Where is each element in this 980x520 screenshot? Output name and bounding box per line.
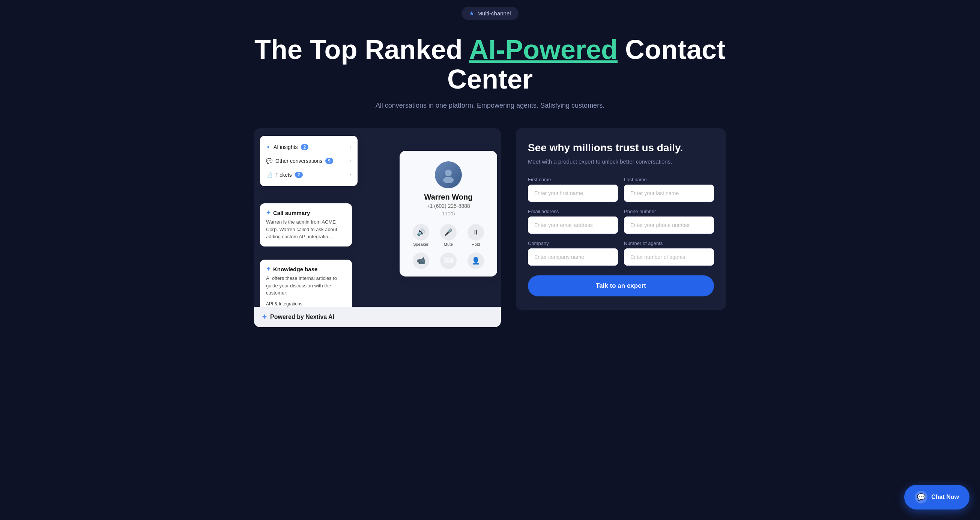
hold-label: Hold xyxy=(472,242,480,246)
chat-icon: 💬 xyxy=(266,158,272,164)
chat-now-icon: 💬 xyxy=(915,491,928,504)
call-summary-body: Warren is the admin from ACME Corp. Warr… xyxy=(266,218,346,240)
caller-name: Warren Wong xyxy=(407,193,490,202)
hold-button[interactable]: ⏸ Hold xyxy=(468,224,484,246)
powered-text: Powered by Nextiva AI xyxy=(270,314,334,320)
heading-plain: The Top Ranked xyxy=(255,35,469,65)
contacts-button[interactable]: 👤 xyxy=(468,253,484,269)
call-summary-icon: ✦ xyxy=(266,209,271,216)
speaker-label: Speaker xyxy=(413,242,428,246)
sidebar-item-tickets[interactable]: 📄 Tickets 2 › xyxy=(260,168,358,181)
knowledge-base-title: Knowledge base xyxy=(273,266,317,272)
first-name-input[interactable] xyxy=(528,184,618,202)
company-label: Company xyxy=(528,240,618,246)
svg-point-1 xyxy=(443,177,453,183)
phone-input[interactable] xyxy=(624,216,714,234)
caller-number: +1 (602) 225-8888 xyxy=(407,203,490,209)
ticket-icon: 📄 xyxy=(266,172,272,178)
agents-label: Number of agents xyxy=(624,240,714,246)
ai-insights-icon: ✦ xyxy=(266,144,270,150)
first-name-label: First name xyxy=(528,177,618,182)
other-convos-label: Other conversations xyxy=(275,158,322,164)
ai-insights-badge: 2 xyxy=(301,144,309,150)
form-subtitle: Meet with a product expert to unlock bet… xyxy=(528,157,714,166)
phone-controls: 🔊 Speaker 🎤 Mute ⏸ Hold xyxy=(407,224,490,246)
call-summary-title: Call summary xyxy=(273,210,310,216)
company-agents-row: Company Number of agents xyxy=(528,240,714,266)
agents-input[interactable] xyxy=(624,248,714,266)
mute-button[interactable]: 🎤 Mute xyxy=(440,224,457,246)
company-input[interactable] xyxy=(528,248,618,266)
form-panel: See why millions trust us daily. Meet wi… xyxy=(516,128,726,310)
phone-card: Warren Wong +1 (602) 225-8888 11:25 🔊 Sp… xyxy=(399,151,497,277)
sidebar-item-ai-insights[interactable]: ✦ AI insights 2 › xyxy=(260,140,358,154)
email-input[interactable] xyxy=(528,216,618,234)
chat-now-label: Chat Now xyxy=(931,494,959,501)
speaker-button[interactable]: 🔊 Speaker xyxy=(413,224,429,246)
main-content: ✦ AI insights 2 › 💬 Other conversations … xyxy=(254,128,726,342)
knowledge-base-body: AI offers these internal articles to gui… xyxy=(266,275,346,297)
mockup-wrapper: ✦ AI insights 2 › 💬 Other conversations … xyxy=(254,128,501,327)
mockup-outer: ✦ AI insights 2 › 💬 Other conversations … xyxy=(254,128,501,327)
powered-bar: ✦ Powered by Nextiva AI xyxy=(254,307,501,327)
form-title: See why millions trust us daily. xyxy=(528,142,714,154)
tickets-label: Tickets xyxy=(275,172,292,178)
phone-label: Phone number xyxy=(624,208,714,214)
multi-channel-badge: ★ Multi-channel xyxy=(461,7,518,20)
sidebar-item-other-convos[interactable]: 💬 Other conversations 9 › xyxy=(260,154,358,168)
badge-text: Multi-channel xyxy=(477,10,511,16)
heading-highlight: AI-Powered xyxy=(469,35,617,65)
phone-group: Phone number xyxy=(624,208,714,234)
knowledge-base-icon: ✦ xyxy=(266,266,271,272)
company-group: Company xyxy=(528,240,618,266)
other-convos-badge: 9 xyxy=(325,158,333,164)
phone-controls-2: 📹 ⌨ 👤 xyxy=(407,253,490,269)
star-icon: ★ xyxy=(469,10,474,17)
talk-to-expert-button[interactable]: Talk to an expert xyxy=(528,275,714,296)
ai-insights-chevron: › xyxy=(350,144,352,150)
video-button[interactable]: 📹 xyxy=(413,253,429,269)
tickets-chevron: › xyxy=(350,172,352,178)
hero-subtext: All conversations in one platform. Empow… xyxy=(254,102,726,110)
name-row: First name Last name xyxy=(528,177,714,202)
last-name-group: Last name xyxy=(624,177,714,202)
agents-group: Number of agents xyxy=(624,240,714,266)
svg-point-0 xyxy=(445,170,452,177)
sidebar-panel: ✦ AI insights 2 › 💬 Other conversations … xyxy=(260,136,358,186)
call-summary-card: ✦ Call summary Warren is the admin from … xyxy=(260,204,352,246)
keypad-button[interactable]: ⌨ xyxy=(440,253,457,269)
last-name-input[interactable] xyxy=(624,184,714,202)
email-group: Email address xyxy=(528,208,618,234)
other-convos-chevron: › xyxy=(350,158,352,164)
email-label: Email address xyxy=(528,208,618,214)
mute-label: Mute xyxy=(444,242,453,246)
email-phone-row: Email address Phone number xyxy=(528,208,714,234)
call-time: 11:25 xyxy=(407,210,490,216)
powered-icon: ✦ xyxy=(261,313,267,321)
tickets-badge: 2 xyxy=(295,172,303,178)
hero-heading: The Top Ranked AI-Powered Contact Center xyxy=(254,35,726,94)
first-name-group: First name xyxy=(528,177,618,202)
last-name-label: Last name xyxy=(624,177,714,182)
chat-now-button[interactable]: 💬 Chat Now xyxy=(904,485,969,509)
phone-avatar xyxy=(435,161,462,188)
ai-insights-label: AI insights xyxy=(274,144,298,150)
